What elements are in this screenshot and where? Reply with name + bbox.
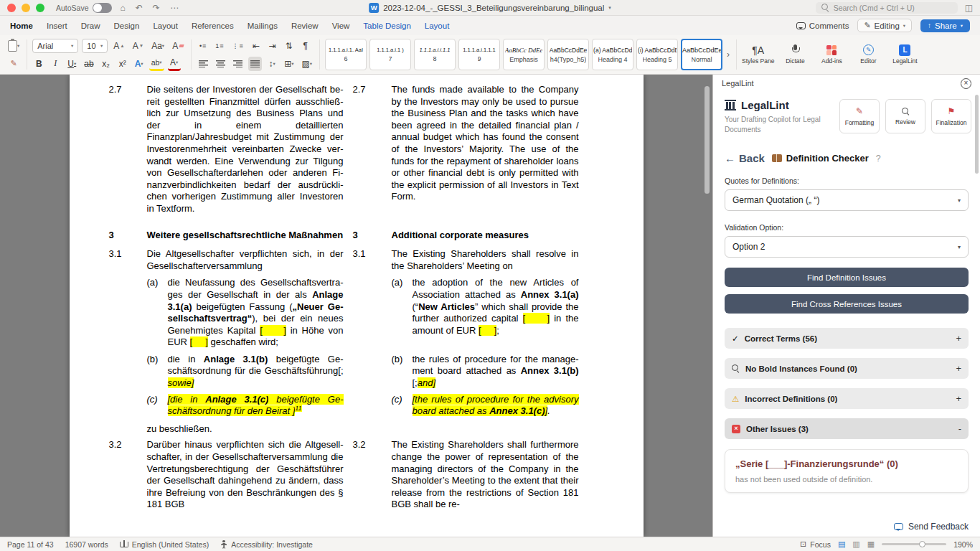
language-indicator[interactable]: English (United States): [120, 540, 209, 549]
panel-close-button[interactable]: ×: [961, 78, 971, 89]
format-painter-button[interactable]: ✎: [6, 56, 22, 70]
strikethrough-button[interactable]: ab: [82, 57, 95, 71]
help-button[interactable]: ?: [876, 154, 881, 164]
accordion-no-bold-instances[interactable]: No Bold Instances Found (0) +: [725, 358, 969, 379]
numbered-list-button[interactable]: 1≡: [213, 39, 226, 53]
highlight-color-button[interactable]: ab▾: [149, 57, 164, 71]
paste-button[interactable]: ▾: [6, 39, 22, 53]
search-input[interactable]: [834, 4, 952, 12]
comments-button[interactable]: Comments: [796, 22, 849, 30]
send-feedback-button[interactable]: Send Feedback: [894, 522, 969, 532]
add-ins-button[interactable]: Add-ins: [816, 37, 847, 72]
clause-number-en[interactable]: 3.1: [344, 248, 392, 272]
clear-formatting-button[interactable]: A: [170, 39, 186, 53]
subclause-text-en[interactable]: the rules of procedure for the managemen…: [413, 354, 579, 390]
style-option-heading-4[interactable]: (a) AaBbCcDdEe Heading 4: [592, 39, 633, 70]
subclause-marker-de[interactable]: (c): [147, 394, 168, 418]
document-canvas[interactable]: 2.7 Die seitens der Investoren der Gesel…: [0, 75, 712, 537]
clause-number-de[interactable]: 2.7: [109, 84, 147, 215]
window-switcher-icon[interactable]: ◫: [965, 3, 973, 13]
clause-number-de[interactable]: 3: [109, 230, 147, 242]
issue-card[interactable]: „Serie [___]-Finanzierungsrunde“ (0) has…: [725, 449, 969, 493]
increase-indent-button[interactable]: ⇥: [266, 39, 279, 53]
redo-icon[interactable]: ↷: [153, 3, 160, 13]
document-title-control[interactable]: W 2023-12-04_-_GESSI_3_Beteiligungsverei…: [369, 3, 611, 13]
document-scrollbar-thumb[interactable]: [705, 86, 710, 194]
formatting-button[interactable]: ✎ Formatting: [839, 99, 880, 133]
word-count[interactable]: 16907 words: [65, 540, 108, 549]
clause-text-en[interactable]: The Existing Shareholders shall furtherm…: [392, 439, 579, 511]
subclause-marker-en[interactable]: (a): [392, 277, 413, 349]
document-page[interactable]: 2.7 Die seitens der Investoren der Gesel…: [70, 75, 644, 537]
zoom-window-button[interactable]: [36, 4, 44, 12]
dictate-button[interactable]: Dictate: [779, 37, 811, 72]
underline-button[interactable]: U▾: [65, 57, 78, 71]
subclause-text-de[interactable]: [die in Anlage 3.1(c) beigefügte Geschäf…: [168, 394, 344, 418]
align-right-button[interactable]: [231, 57, 245, 71]
closing-text-en[interactable]: [392, 423, 579, 435]
editor-button[interactable]: ✎ Editor: [852, 37, 884, 72]
styles-gallery-more-button[interactable]: ›: [725, 50, 731, 60]
superscript-button[interactable]: x²: [116, 57, 129, 71]
style-option-6[interactable]: 1.1.1.a.i.1. AaI 6: [325, 39, 367, 70]
style-option-normal[interactable]: AaBbCcDdEe Normal: [681, 39, 722, 70]
subclause-text-en[interactable]: [the rules of procedure for the advisory…: [413, 394, 579, 418]
document-scrollbar[interactable]: [705, 77, 710, 534]
align-left-button[interactable]: [197, 57, 210, 71]
heading-text-de[interactable]: Weitere gesellschaftsrechtliche Maßnahme…: [147, 230, 344, 242]
legallint-ribbon-button[interactable]: L LegalLint: [889, 37, 920, 72]
subscript-button[interactable]: x₂: [100, 57, 113, 71]
focus-button[interactable]: ⊡ Focus: [800, 540, 831, 549]
font-color-button[interactable]: A▾: [168, 57, 181, 71]
print-layout-view-button[interactable]: ▤: [838, 540, 845, 549]
clause-text-de[interactable]: Die Altgesellschafter verpflichten sich,…: [147, 248, 344, 272]
style-option-h4-typo-h5[interactable]: AaBbCcDdEe h4(Typo_h5): [547, 39, 589, 70]
clause-text-de[interactable]: Die seitens der Investoren der Gesellsch…: [147, 84, 344, 215]
tab-references[interactable]: References: [192, 22, 234, 30]
change-case-button[interactable]: Aa▾: [149, 39, 166, 53]
subclause-marker-de[interactable]: (b): [147, 354, 168, 390]
shrink-font-button[interactable]: A▼: [131, 39, 146, 53]
font-name-select[interactable]: Arial▾: [32, 39, 78, 53]
subclause-marker-en[interactable]: (c): [392, 394, 413, 418]
tab-layout[interactable]: Layout: [153, 22, 178, 30]
quotes-select[interactable]: German Quotation („ “) ▾: [725, 189, 969, 211]
tab-insert[interactable]: Insert: [47, 22, 67, 30]
style-option-heading-5[interactable]: (i) AaBbCcDdEe Heading 5: [636, 39, 678, 70]
accessibility-status[interactable]: Accessibility: Investigate: [220, 540, 313, 549]
draft-view-button[interactable]: ▦: [867, 540, 875, 549]
clause-text-en[interactable]: The funds made available to the Company …: [392, 84, 579, 215]
zoom-slider[interactable]: [882, 543, 946, 545]
subclause-text-en[interactable]: the adoption of the new Articles of Asso…: [413, 277, 579, 349]
tab-draw[interactable]: Draw: [81, 22, 100, 30]
web-layout-view-button[interactable]: ▥: [852, 540, 859, 549]
validation-select[interactable]: Option 2 ▾: [725, 236, 969, 258]
tab-home[interactable]: Home: [10, 22, 33, 30]
accordion-correct-terms[interactable]: ✓ Correct Terms (56) +: [725, 328, 969, 349]
heading-text-en[interactable]: Additional corporate measures: [392, 230, 579, 242]
font-size-select[interactable]: 10▾: [82, 39, 108, 53]
zoom-slider-thumb[interactable]: [919, 541, 925, 547]
subclause-marker-de[interactable]: (a): [147, 277, 168, 349]
style-option-9[interactable]: 1.1.1.a.i.1.1.1 9: [458, 39, 500, 70]
find-definition-issues-button[interactable]: Find Definition Issues: [725, 268, 969, 287]
style-option-8[interactable]: 1.1.1.a.i.i.1.1 8: [414, 39, 456, 70]
tab-mailings[interactable]: Mailings: [248, 22, 278, 30]
text-effects-button[interactable]: A▾: [133, 57, 146, 71]
clause-number-en[interactable]: 2.7: [344, 84, 392, 215]
undo-icon[interactable]: ↶: [136, 3, 143, 13]
style-option-7[interactable]: 1.1.1.a.i.1 ) 7: [369, 39, 411, 70]
accordion-other-issues[interactable]: × Other Issues (3) -: [725, 418, 969, 439]
decrease-indent-button[interactable]: ⇤: [250, 39, 263, 53]
style-option-emphasis[interactable]: AaBbCc DdEe Emphasis: [503, 39, 545, 70]
editing-mode-button[interactable]: ✎ Editing ▾: [857, 19, 912, 32]
clause-text-en[interactable]: The Existing Shareholders shall resolve …: [392, 248, 579, 272]
borders-button[interactable]: ⊞▾: [282, 57, 296, 71]
accordion-incorrect-definitions[interactable]: ⚠ Incorrect Definitions (0) +: [725, 388, 969, 409]
multilevel-list-button[interactable]: ⋮≡: [230, 39, 245, 53]
finalization-button[interactable]: ⚑ Finalization: [931, 99, 971, 133]
justify-button[interactable]: [248, 57, 262, 71]
tab-review[interactable]: Review: [291, 22, 319, 30]
search-box[interactable]: [816, 2, 958, 14]
clause-text-de[interactable]: Darüber hinaus verpflichten sich die Alt…: [147, 439, 344, 511]
